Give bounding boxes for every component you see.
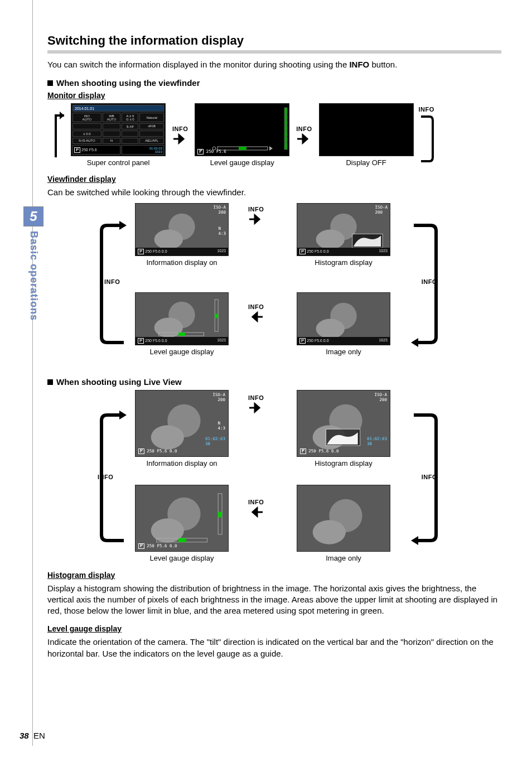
svg-rect-34: [178, 538, 186, 542]
svg-rect-9: [239, 147, 246, 150]
chapter-number: 5: [23, 206, 43, 226]
cycle-left-bracket: INFO: [96, 220, 129, 350]
scp-ael: AEL/AFL: [139, 138, 164, 144]
scp-exposure: 250 F5.6: [81, 148, 97, 152]
level-gauge-text: Indicate the orientation of the camera. …: [47, 637, 501, 659]
page-title: Switching the information display: [47, 33, 501, 48]
lv-lvgauge-thumb: P 250 F5.6 0.0: [135, 485, 229, 552]
page-lang: EN: [33, 731, 45, 740]
lv2-mode: P: [138, 449, 144, 454]
scp-ag: A ± 0 G ± 0: [122, 113, 138, 122]
info-label-3: INFO: [418, 106, 434, 113]
caption-vf-lvgauge: Level gauge display: [150, 348, 214, 356]
section-liveview-heading: When shooting using Live View: [47, 377, 501, 387]
scp-ev: ± 0.0: [72, 131, 101, 137]
super-control-panel-block: 2014.01.01 ISO AUTO WB AUTO A ± 0 G ± 0 …: [71, 103, 166, 167]
caption-lv-info-on: Information display on: [146, 459, 217, 467]
caption-lv-imgonly: Image only: [326, 554, 361, 562]
chapter-label: Basic operations: [28, 231, 40, 321]
section-viewfinder-heading: When shooting using the viewfinder: [47, 78, 501, 88]
scp-iso: ISO AUTO: [72, 113, 101, 122]
svg-point-23: [316, 319, 345, 339]
scp-date: 2014.01.01: [72, 105, 164, 112]
arrow-left-icon: [248, 311, 264, 322]
cycle2-info-a: INFO: [248, 394, 264, 401]
page-number: 38 EN: [20, 731, 45, 740]
info-arrow-2: INFO: [296, 126, 312, 144]
cycle-info-b: INFO: [248, 303, 264, 310]
lv2-mode2: P: [300, 449, 306, 454]
loop-return-icon: [418, 114, 435, 164]
arrow-left-icon: [248, 507, 264, 518]
scp-mode: P: [74, 147, 80, 153]
info-label: INFO: [172, 126, 188, 132]
left-margin-rule: [32, 0, 33, 746]
lv2-mode3: P: [138, 543, 144, 549]
lv-imgonly-thumb: [297, 485, 390, 552]
caption-lv-hist: Histogram display: [315, 459, 372, 467]
info-label-2: INFO: [296, 126, 312, 132]
cycle2-info-left: INFO: [98, 474, 113, 480]
cycle2-info-b: INFO: [248, 499, 264, 505]
lv2-left2: 250 F5.6 0.0: [308, 449, 338, 454]
lv2-left: 250 F5.6 0.0: [147, 449, 177, 454]
info-button-name: INFO: [349, 60, 369, 69]
caption-lv-lvgauge: Level gauge display: [150, 554, 214, 562]
caption-vf-hist: Histogram display: [315, 258, 372, 267]
caption-vf-imgonly: Image only: [326, 348, 361, 356]
lv-hist-thumb: ISO-A200 01:02:03 38 P 250 F5.6 0.0: [297, 390, 390, 457]
vf-lvgauge-thumb: P 250 F5.6 0.0 1023: [135, 292, 229, 345]
histogram-heading: Histogram display: [47, 571, 501, 580]
super-control-panel-thumb: 2014.01.01 ISO AUTO WB AUTO A ± 0 G ± 0 …: [71, 103, 166, 156]
page-num-value: 38: [20, 731, 29, 740]
scp-saf: S-AF: [122, 123, 138, 129]
caption-super-control: Super control panel: [87, 158, 150, 167]
vstrip-right4: 1023: [379, 338, 388, 344]
lv-info-on-thumb: ISO-A200 N4:3 01:02:03 38 P 250 F5.6 0.0: [135, 390, 229, 457]
loop-arrow-icon: [47, 107, 64, 163]
vstrip-left4: 250 F5.6 0.0: [307, 339, 328, 343]
vstrip-left: 250 F5.6 0.0: [145, 249, 167, 253]
scp-natural: Natural: [139, 113, 164, 122]
cycle2-left-bracket: INFO: [96, 409, 129, 548]
display-off-block: Display OFF: [319, 103, 414, 167]
scp-counter: 01:02:03 1023: [122, 145, 164, 155]
lv2-right: 01:02:03 38: [205, 436, 225, 446]
arrow-right-icon: [172, 133, 188, 144]
side-tab: 5 Basic operations: [22, 206, 45, 321]
level-gauge-thumb: P 250 F5.6: [195, 103, 289, 156]
svg-rect-0: [284, 108, 287, 150]
intro-tail: button.: [369, 60, 397, 69]
vstrip-right: 1023: [217, 249, 226, 254]
vf-hist-thumb: ISO-A200 P 250 F5.6 0.0 1023: [297, 203, 390, 256]
scp-wb: WB AUTO: [103, 113, 121, 122]
caption-level-gauge: Level gauge display: [210, 158, 274, 167]
svg-rect-21: [178, 332, 185, 336]
caption-vf-info-on: Information display on: [146, 258, 217, 267]
histogram-text: Display a histogram showing the distribu…: [47, 583, 501, 617]
arrow-right-icon: [248, 402, 264, 413]
vstrip-right3: 1023: [217, 338, 226, 344]
vstrip-mode4: P: [299, 338, 306, 344]
scp-n: N: [103, 138, 121, 144]
lv-text: 250 F5.6: [206, 149, 226, 154]
display-off-thumb: [319, 103, 414, 156]
cycle-right-bracket: INFO: [408, 220, 442, 350]
vstrip-mode3: P: [138, 338, 144, 344]
svg-point-14: [316, 229, 345, 249]
lv2-left3: 250 F5.6 0.0: [147, 543, 177, 548]
title-underline: [47, 50, 501, 54]
cycle-info-a: INFO: [248, 206, 264, 213]
intro-text: You can switch the information displayed…: [47, 59, 501, 70]
info-arrow-1: INFO: [172, 126, 188, 144]
caption-display-off: Display OFF: [346, 158, 386, 167]
scp-sis: S-IS AUTO: [72, 138, 101, 144]
arrow-right-icon: [296, 133, 312, 144]
vstrip-left3: 250 F5.6 0.0: [145, 339, 167, 343]
info-arrow-3: INFO: [418, 106, 435, 164]
cycle2-right-bracket: INFO: [408, 409, 442, 548]
level-gauge-heading: Level gauge display: [47, 624, 501, 633]
cycle-info-right: INFO: [422, 278, 437, 285]
svg-point-12: [154, 229, 183, 249]
viewfinder-display-heading: Viewfinder display: [47, 175, 501, 184]
